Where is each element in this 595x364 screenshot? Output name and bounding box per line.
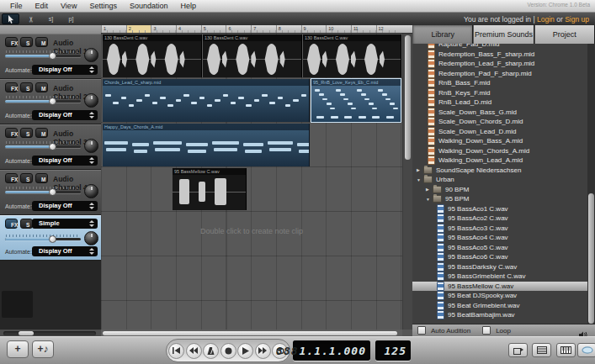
expand-icon[interactable]: ▶ [426, 187, 433, 192]
audio-clip[interactable]: 130 BassDent C.wav [303, 34, 401, 77]
mute-button[interactable]: M [35, 173, 48, 183]
virtual-keyboard-button[interactable] [556, 343, 576, 357]
volume-slider-thumb[interactable] [49, 143, 56, 150]
library-item[interactable]: RnB_Bass_F.mid [412, 78, 587, 88]
mute-button[interactable]: M [35, 82, 48, 92]
channel-strip-4[interactable]: FX S M Audio Channel 4 Automate: Display… [0, 170, 101, 215]
library-item[interactable]: 95 BassGrimebient C.wav [412, 272, 587, 282]
fx-button[interactable]: FX [5, 128, 18, 138]
collapse-icon[interactable]: ▼ [426, 197, 433, 202]
midi-clip-happy-days[interactable]: Happy_Days_Chords_A.mid [103, 124, 310, 166]
audio-clip-bassmellow[interactable]: 95 BassMellow C.wav [173, 168, 247, 210]
midi-clip-chords-lead[interactable]: Chords_Lead_C_sharp.mid [103, 79, 310, 122]
library-item[interactable]: ▼Urban [412, 175, 587, 185]
auto-audition-checkbox[interactable] [417, 326, 426, 335]
record-button[interactable] [220, 343, 236, 359]
position-display[interactable]: 888 1.1.1.000 [293, 340, 370, 361]
automate-dropdown[interactable]: Display Off [32, 246, 98, 256]
volume-slider-thumb[interactable] [49, 235, 56, 243]
export-button[interactable] [508, 343, 528, 357]
library-item[interactable]: 95 BassAco2 C.wav [412, 214, 587, 224]
volume-slider[interactable] [5, 145, 81, 148]
fx-button[interactable]: FX [5, 219, 18, 229]
library-item[interactable]: Walking_Down_Lead_A.mid [412, 156, 587, 166]
loop-tool-button[interactable] [577, 343, 595, 357]
solo-button[interactable]: S [20, 173, 33, 183]
channel-strip-5-selected[interactable]: FX S M Simple Automate: Display Off [0, 215, 101, 261]
menu-item[interactable]: Soundation [130, 2, 168, 10]
library-item[interactable]: Redemption_Lead_F_sharp.mid [412, 59, 587, 69]
library-item[interactable]: 95 BassDarksky C.wav [412, 262, 587, 272]
solo-button[interactable]: S [20, 219, 33, 229]
vertical-scrollbar-thumb[interactable] [405, 35, 411, 160]
fx-button[interactable]: FX [5, 173, 18, 183]
tempo-display[interactable]: 125 [375, 340, 411, 361]
library-item[interactable]: Scale_Down_Bass_G.mid [412, 108, 587, 118]
fx-button[interactable]: FX [5, 82, 18, 92]
metronome-button[interactable] [203, 343, 219, 359]
tab-project[interactable]: Project [534, 25, 595, 44]
library-item[interactable]: ▶SoundScape Niedersachsen [412, 166, 587, 176]
library-item[interactable]: Scale_Down_Lead_D.mid [412, 127, 587, 137]
channel-strip-3[interactable]: FX S M Audio Channel 3 Automate: Display… [0, 124, 101, 170]
library-item[interactable]: Walking_Down_Bass_A.mid [412, 136, 587, 146]
signup-link[interactable]: Sign up [565, 15, 589, 24]
arrangement-grid[interactable]: 130 BassDent C.wav 130 BassDent C.wav 13… [101, 34, 402, 330]
menu-item[interactable]: Help [180, 2, 196, 10]
library-item[interactable]: 95 Beat DJSpooky.wav [412, 291, 587, 301]
solo-button[interactable]: S [20, 82, 33, 92]
library-item[interactable]: 95 BassMellow C.wav [412, 282, 587, 292]
library-scrollbar-thumb[interactable] [588, 193, 594, 324]
library-item[interactable]: ▼95 BPM [412, 194, 587, 204]
pan-knob[interactable] [84, 48, 98, 62]
timeline-vertical-scrollbar[interactable] [402, 34, 412, 330]
channel-strip-2[interactable]: FX S M Audio Channel 2 Automate: Display… [0, 79, 101, 124]
automate-dropdown[interactable]: Display Off [32, 65, 98, 75]
library-item[interactable]: 95 BassAco6 C.wav [412, 252, 587, 262]
volume-slider-thumb[interactable] [49, 188, 56, 196]
channel-strip-1[interactable]: FX S M Audio Channel 1 Automate: Display… [0, 34, 101, 79]
add-channel-button[interactable]: + [7, 340, 29, 358]
tab-premium-sounds[interactable]: Premium Sounds [473, 25, 534, 44]
pan-knob[interactable] [84, 231, 98, 245]
channel-scrollbar-thumb[interactable] [19, 331, 34, 335]
collapse-icon[interactable]: ▼ [417, 177, 423, 182]
automate-dropdown[interactable]: Display Off [32, 156, 98, 166]
audio-clip[interactable]: 130 BassDent C.wav [203, 34, 302, 77]
horizontal-scrollbar-thumb[interactable] [103, 331, 397, 335]
volume-slider[interactable] [5, 238, 81, 240]
expand-icon[interactable]: ▶ [417, 167, 423, 172]
fx-button[interactable]: FX [5, 37, 18, 47]
instrument-dropdown[interactable]: Simple [32, 219, 98, 229]
library-item[interactable]: 95 BassAco1 C.wav [412, 204, 587, 214]
fast-forward-button[interactable] [255, 343, 271, 359]
menu-item[interactable]: Settings [89, 2, 117, 10]
library-scrollbar[interactable] [587, 44, 595, 324]
pan-knob[interactable] [84, 184, 98, 198]
cut-tool-button[interactable]: ✂ [22, 13, 40, 24]
library-item[interactable]: 95 BeatBambajim.wav [412, 310, 587, 320]
library-item[interactable]: Scale_Down_Chords_D.mid [412, 117, 587, 127]
add-instrument-button[interactable]: +♪ [32, 340, 54, 358]
menu-item[interactable]: Edit [35, 2, 49, 10]
menu-item[interactable]: File [10, 2, 23, 10]
library-item[interactable]: Walking_Down_Chords_A.mid [412, 146, 587, 156]
midi-clip-rnb-keys-selected[interactable]: 95_RnB_Love_Keys_Eb_C.mid [311, 78, 401, 123]
s-tool-button[interactable]: s] [42, 13, 60, 24]
library-item[interactable]: Redemption_Pad_F_sharp.mid [412, 69, 587, 79]
tab-library[interactable]: Library [412, 25, 473, 44]
mute-button[interactable]: M [35, 37, 48, 47]
volume-slider[interactable] [5, 191, 81, 193]
volume-slider[interactable] [5, 55, 81, 57]
timeline-ruler[interactable]: 123456789101112 [101, 25, 412, 34]
menu-item[interactable]: View [61, 2, 77, 10]
login-link[interactable]: Login [537, 15, 555, 24]
library-item[interactable]: 95 BassAco4 C.wav [412, 233, 587, 243]
library-item[interactable]: RnB_Keys_F.mid [412, 88, 587, 98]
solo-button[interactable]: S [20, 37, 33, 47]
loop-checkbox[interactable] [482, 326, 491, 335]
library-item[interactable]: 95 BassAco3 C.wav [412, 224, 587, 234]
library-item[interactable]: 95 Beat Grimebient.wav [412, 301, 587, 311]
skip-to-start-button[interactable] [168, 343, 184, 359]
volume-slider-thumb[interactable] [49, 98, 56, 105]
